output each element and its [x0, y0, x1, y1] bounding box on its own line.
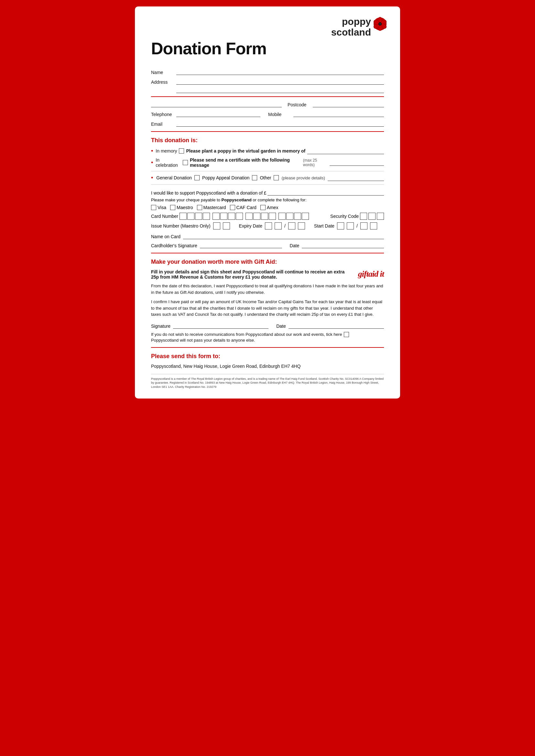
bullet-dot-1: •: [151, 148, 153, 154]
start-date-label: Start Date: [314, 223, 334, 229]
poppy-appeal-checkbox[interactable]: [252, 175, 257, 180]
gift-aid-sig-input[interactable]: [173, 322, 268, 329]
card-box[interactable]: [228, 213, 235, 220]
caf-checkbox[interactable]: [230, 205, 235, 210]
start-box[interactable]: [347, 222, 354, 230]
caf-label: CAF Card: [237, 205, 257, 210]
expiry-box[interactable]: [288, 222, 295, 230]
card-group-3: [245, 213, 276, 220]
logo-line1: poppy: [331, 16, 371, 27]
mobile-input[interactable]: [294, 110, 384, 117]
name-on-card-label: Name on Card: [151, 234, 181, 239]
amex-checkbox[interactable]: [260, 205, 266, 210]
visa-option: Visa: [151, 205, 166, 210]
other-checkbox[interactable]: [274, 175, 279, 180]
issue-number-label: Issue Number (Maestro Only): [151, 223, 211, 229]
issue-box[interactable]: [213, 222, 220, 230]
donation-amount-row: I would like to support Poppyscotland wi…: [151, 188, 384, 196]
donation-form-page: poppy scotland Donation Form: [135, 7, 400, 398]
poppy-appeal-label: Poppy Appeal Donation: [202, 175, 249, 180]
gift-aid-date-input[interactable]: [289, 322, 384, 329]
card-box[interactable]: [187, 213, 194, 220]
gift-aid-sig-label: Signature: [151, 324, 170, 329]
security-box[interactable]: [377, 213, 384, 220]
start-box[interactable]: [370, 222, 377, 230]
mastercard-checkbox[interactable]: [197, 205, 202, 210]
amex-label: Amex: [267, 205, 278, 210]
general-donation-checkbox[interactable]: [194, 175, 200, 180]
card-box[interactable]: [253, 213, 260, 220]
address-input2[interactable]: [176, 86, 384, 93]
in-memory-item: • In memory Please plant a poppy in the …: [151, 148, 384, 154]
card-box[interactable]: [195, 213, 202, 220]
logo-line2: scotland: [331, 27, 371, 38]
in-memory-checkbox[interactable]: [179, 148, 184, 153]
card-box[interactable]: [245, 213, 253, 220]
start-box[interactable]: [337, 222, 344, 230]
maestro-checkbox[interactable]: [170, 205, 175, 210]
donation-options-row: • General Donation Poppy Appeal Donation…: [151, 175, 384, 181]
visa-checkbox[interactable]: [151, 205, 156, 210]
cardholder-sig-input[interactable]: [200, 241, 282, 248]
security-box[interactable]: [368, 213, 376, 220]
amex-option: Amex: [260, 205, 278, 210]
security-box[interactable]: [360, 213, 367, 220]
postcode-input[interactable]: [313, 100, 384, 107]
card-box[interactable]: [203, 213, 210, 220]
card-box[interactable]: [180, 213, 187, 220]
card-number-left: Card Number: [151, 213, 310, 220]
in-celebration-checkbox[interactable]: [183, 160, 188, 165]
cardholder-date-input[interactable]: [302, 241, 384, 248]
card-box[interactable]: [236, 213, 243, 220]
issue-box[interactable]: [223, 222, 230, 230]
telephone-input[interactable]: [176, 110, 260, 117]
poppy-icon: [373, 17, 387, 32]
expiry-label: Expiry Date: [239, 223, 262, 229]
name-on-card-row: Name on Card: [151, 232, 384, 239]
email-input[interactable]: [176, 120, 384, 127]
donation-amount-input[interactable]: [268, 188, 384, 196]
send-to-title: Please send this form to:: [151, 353, 384, 360]
svg-point-9: [380, 23, 381, 25]
card-box[interactable]: [220, 213, 227, 220]
card-box[interactable]: [261, 213, 268, 220]
form-title: Donation Form: [151, 39, 384, 58]
email-label: Email: [151, 122, 174, 127]
no-pass-text: Poppyscotland will not pass your details…: [151, 338, 384, 343]
cheque-text-row: Please make your cheque payable to Poppy…: [151, 198, 384, 202]
in-celebration-item: • In celebration Please send me a certif…: [151, 157, 384, 168]
opt-out-row: If you do not wish to receive communicat…: [151, 332, 384, 337]
name-row: Name: [151, 68, 384, 75]
donation-bullet-list: • In memory Please plant a poppy in the …: [151, 148, 384, 168]
other-subtext: (please provide details): [281, 176, 325, 180]
in-celebration-label: In celebration: [155, 157, 181, 168]
card-box[interactable]: [286, 213, 294, 220]
cheque-bold: Poppyscotland: [222, 198, 252, 202]
opt-out-checkbox[interactable]: [344, 332, 349, 337]
mastercard-label: Mastercard: [204, 205, 226, 210]
card-box[interactable]: [278, 213, 286, 220]
card-box[interactable]: [269, 213, 276, 220]
expiry-box[interactable]: [275, 222, 282, 230]
other-details-input[interactable]: [328, 175, 384, 181]
date-fields-row: Issue Number (Maestro Only) Expiry Date …: [151, 222, 384, 230]
expiry-slash: /: [284, 223, 286, 229]
card-box[interactable]: [212, 213, 220, 220]
in-memory-text: Please plant a poppy in the virtual gard…: [186, 148, 305, 153]
name-input[interactable]: [176, 68, 384, 75]
start-box[interactable]: [360, 222, 367, 230]
personal-info-section: Name Address Postcode Telephone Mobile E…: [151, 68, 384, 127]
cheque-suffix: or complete the following for:: [253, 198, 306, 202]
card-box[interactable]: [294, 213, 301, 220]
name-on-card-input[interactable]: [183, 232, 384, 239]
gift-aid-header: Fill in your details and sign this sheet…: [151, 269, 384, 280]
general-donation-label: General Donation: [156, 175, 192, 180]
in-memory-input[interactable]: [307, 148, 384, 154]
expiry-box[interactable]: [298, 222, 305, 230]
maestro-option: Maestro: [170, 205, 193, 210]
expiry-box[interactable]: [265, 222, 272, 230]
card-box[interactable]: [302, 213, 309, 220]
in-celebration-input[interactable]: [330, 159, 384, 166]
address-input[interactable]: [176, 78, 384, 85]
gift-aid-bold-text: Fill in your details and sign this sheet…: [151, 269, 352, 280]
